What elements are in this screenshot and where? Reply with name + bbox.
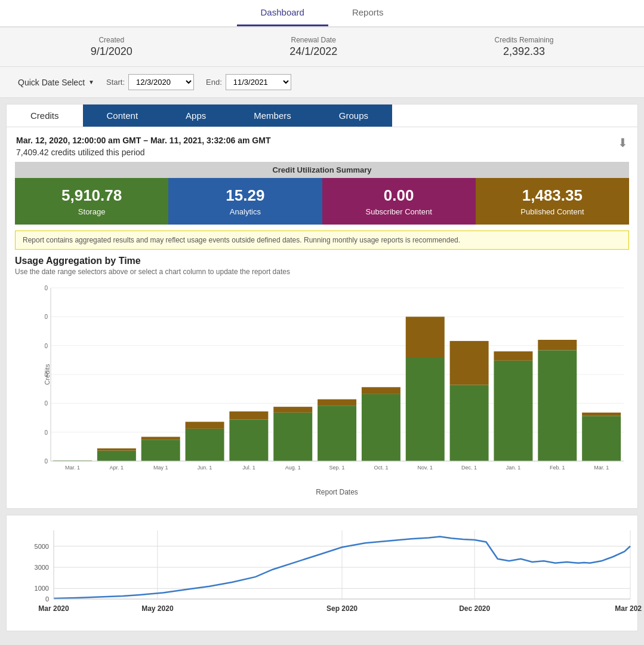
published-card: 1,483.35 Published Content (476, 178, 629, 225)
renewal-value: 24/1/2022 (289, 45, 337, 58)
svg-text:Oct. 1: Oct. 1 (374, 465, 388, 471)
info-bar: Created 9/1/2020 Renewal Date 24/1/2022 … (0, 27, 644, 67)
end-date-select[interactable]: 11/3/2021 (226, 74, 291, 90)
credits-remaining-info: Credits Remaining 2,392.33 (495, 36, 554, 58)
bar-chart-svg[interactable]: 0250500750100012501500CreditsMar. 1Apr. … (45, 282, 630, 485)
svg-text:1250: 1250 (45, 314, 48, 320)
tab-dashboard[interactable]: Dashboard (237, 0, 328, 26)
created-value: 9/1/2020 (91, 45, 133, 58)
analytics-card: 15.29 Analytics (168, 178, 322, 225)
svg-rect-50 (582, 416, 621, 461)
svg-rect-35 (362, 394, 400, 461)
svg-rect-23 (186, 429, 224, 461)
quick-date-label: Quick Date Select (18, 78, 85, 87)
svg-text:Credits: Credits (45, 364, 51, 385)
summary-header: Credit Utilization Summary (15, 162, 629, 178)
bar-chart-title: Usage Aggregation by Time (15, 256, 629, 266)
svg-text:0: 0 (45, 595, 49, 603)
x-axis-label: Report Dates (45, 488, 629, 496)
tab-members[interactable]: Members (230, 105, 315, 127)
svg-text:3000: 3000 (35, 564, 49, 571)
svg-text:500: 500 (45, 400, 48, 407)
svg-text:Dec. 1: Dec. 1 (461, 465, 477, 471)
quick-date-arrow-icon: ▼ (88, 79, 94, 85)
end-date-label: End: (206, 78, 222, 87)
storage-card: 5,910.78 Storage (15, 178, 168, 225)
svg-text:Mar. 1: Mar. 1 (594, 465, 609, 471)
end-date-field: End: 11/3/2021 (206, 74, 291, 90)
subscriber-label: Subscriber Content (328, 207, 470, 216)
svg-rect-51 (582, 413, 621, 416)
svg-rect-41 (450, 385, 489, 461)
svg-rect-38 (406, 357, 445, 461)
start-date-select[interactable]: 12/3/2020 (128, 74, 194, 90)
credits-remaining-value: 2,392.33 (495, 45, 554, 58)
svg-text:5000: 5000 (35, 543, 49, 550)
svg-rect-32 (318, 406, 356, 461)
period-dates: Mar. 12, 2020, 12:00:00 am GMT – Mar. 11… (16, 136, 270, 145)
svg-rect-39 (406, 317, 445, 357)
bar-chart-subtitle: Use the date range selectors above or se… (15, 268, 629, 276)
tab-credits[interactable]: Credits (7, 105, 83, 127)
svg-text:250: 250 (45, 429, 48, 436)
svg-text:Feb. 1: Feb. 1 (550, 465, 565, 471)
svg-rect-27 (229, 411, 268, 420)
download-icon[interactable]: ⬇ (618, 136, 628, 150)
start-date-label: Start: (106, 78, 125, 87)
svg-text:May 2020: May 2020 (141, 604, 174, 613)
period-credits: 7,409.42 credits utilized this period (16, 148, 270, 157)
svg-rect-17 (97, 451, 136, 461)
analytics-value: 15.29 (174, 186, 316, 205)
subscriber-value: 0.00 (328, 186, 470, 205)
renewal-label: Renewal Date (289, 36, 337, 44)
renewal-info: Renewal Date 24/1/2022 (289, 36, 337, 58)
created-label: Created (91, 36, 133, 44)
svg-rect-36 (362, 387, 400, 394)
svg-text:Jan. 1: Jan. 1 (506, 465, 521, 471)
svg-rect-18 (97, 449, 136, 451)
date-controls: Quick Date Select ▼ Start: 12/3/2020 End… (0, 67, 644, 98)
svg-rect-33 (318, 400, 356, 406)
main-content-panel: Credits Content Apps Members Groups Mar.… (6, 104, 638, 509)
svg-rect-21 (141, 437, 180, 440)
svg-text:Mar. 1: Mar. 1 (65, 465, 80, 471)
svg-rect-20 (141, 440, 180, 461)
svg-text:Jun. 1: Jun. 1 (198, 465, 212, 471)
svg-rect-47 (538, 350, 577, 461)
svg-text:Sep. 1: Sep. 1 (329, 465, 345, 471)
svg-text:1000: 1000 (45, 343, 48, 349)
svg-text:Mar 2021: Mar 2021 (615, 604, 642, 613)
created-info: Created 9/1/2020 (91, 36, 133, 58)
svg-rect-30 (273, 407, 312, 413)
tab-reports[interactable]: Reports (328, 0, 408, 26)
credits-remaining-label: Credits Remaining (495, 36, 554, 44)
tab-content[interactable]: Content (83, 105, 162, 127)
line-chart-svg: 0100030005000Mar 2020May 2020Sep 2020Dec… (15, 521, 642, 623)
period-text: Mar. 12, 2020, 12:00:00 am GMT – Mar. 11… (16, 136, 270, 157)
top-navigation: Dashboard Reports (0, 0, 644, 27)
svg-text:0: 0 (45, 458, 48, 465)
analytics-label: Analytics (174, 207, 316, 216)
warning-bar: Report contains aggregated results and m… (15, 231, 629, 250)
content-tabs: Credits Content Apps Members Groups (7, 105, 637, 127)
svg-rect-29 (273, 413, 312, 461)
svg-rect-42 (450, 341, 489, 385)
bar-chart-area: Usage Aggregation by Time Use the date r… (7, 256, 637, 508)
svg-rect-26 (229, 419, 268, 461)
summary-cards: 5,910.78 Storage 15.29 Analytics 0.00 Su… (15, 178, 629, 225)
svg-text:1000: 1000 (35, 585, 49, 592)
svg-rect-48 (538, 340, 577, 350)
tab-apps[interactable]: Apps (162, 105, 230, 127)
svg-text:Aug. 1: Aug. 1 (285, 465, 301, 471)
line-chart-area: 0100030005000Mar 2020May 2020Sep 2020Dec… (6, 515, 638, 631)
svg-rect-44 (494, 361, 532, 461)
quick-date-select[interactable]: Quick Date Select ▼ (18, 78, 94, 87)
period-info: Mar. 12, 2020, 12:00:00 am GMT – Mar. 11… (7, 127, 637, 162)
svg-text:Dec 2020: Dec 2020 (459, 604, 490, 613)
published-label: Published Content (482, 207, 623, 216)
svg-text:Apr. 1: Apr. 1 (110, 465, 124, 471)
svg-text:Sep 2020: Sep 2020 (326, 604, 358, 613)
svg-text:Mar 2020: Mar 2020 (38, 604, 69, 613)
tab-groups[interactable]: Groups (315, 105, 392, 127)
published-value: 1,483.35 (482, 186, 623, 205)
